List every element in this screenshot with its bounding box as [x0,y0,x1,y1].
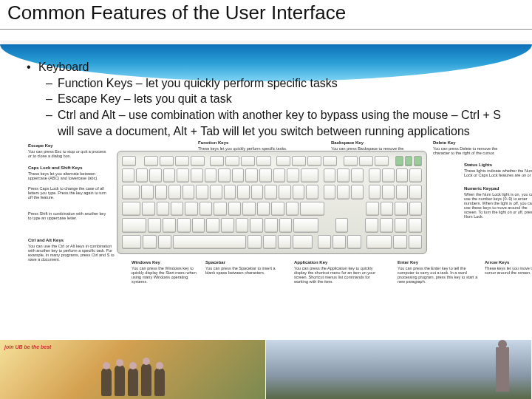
footer-photo-right [266,340,532,399]
bullet-marker: – [46,91,58,107]
annotation-delete: Delete Key You can press Delete to remov… [433,140,507,155]
annotation-status: Status Lights These lights indicate whet… [464,163,532,177]
footer-photo-strip: join UB be the best [0,340,532,399]
bullet-marker: • [27,59,38,75]
bullet-marker: – [46,75,58,92]
bullet-text: Keyboard [38,59,519,75]
tower-icon [496,347,509,392]
annotation-spacebar: Spacebar You can press the Spacebar to i… [205,260,279,275]
annotation-caps-note: Press Caps Lock to change the case of al… [28,186,109,200]
annotation-arrow: Arrow Keys These keys let you move the c… [485,260,532,275]
annotation-caps-shift: Caps Lock and Shift Keys These keys let … [28,166,109,180]
bullet-level2: – Function Keys – let you quickly perfor… [46,75,519,92]
annotation-enter: Enter Key You can press the Enter key to… [398,260,479,284]
annotation-numeric: Numeric Keypad When the Num Lock light i… [464,186,532,219]
bullet-level1: • Keyboard [27,59,519,75]
bullet-text: Function Keys – let you quickly perform … [58,75,519,92]
bullet-text: Ctrl and Alt – use combination with anot… [58,107,519,139]
annotation-application: Application Key You can press the Applic… [294,260,383,284]
keyboard-graphic [117,151,427,254]
slide-body: • Keyboard – Function Keys – let you qui… [0,30,532,291]
bullet-text: Escape Key – lets you quit a task [58,91,519,107]
footer-photo-left: join UB be the best [0,340,266,399]
slide-title: Common Features of the User Interface [0,0,532,30]
bullet-marker: – [46,107,58,139]
bullet-level2: – Escape Key – lets you quit a task [46,91,519,107]
annotation-windows: Windows Key You can press the Windows ke… [132,260,198,284]
annotation-ctrl-alt: Ctrl and Alt Keys You can use the Ctrl o… [28,238,117,262]
annotation-shift-note: Press Shift in combination with another … [28,211,109,220]
bullet-level2: – Ctrl and Alt – use combination with an… [46,107,519,139]
keyboard-diagram: Escape Key You can press Esc to stop or … [28,143,511,291]
annotation-escape: Escape Key You can press Esc to stop or … [28,143,109,158]
